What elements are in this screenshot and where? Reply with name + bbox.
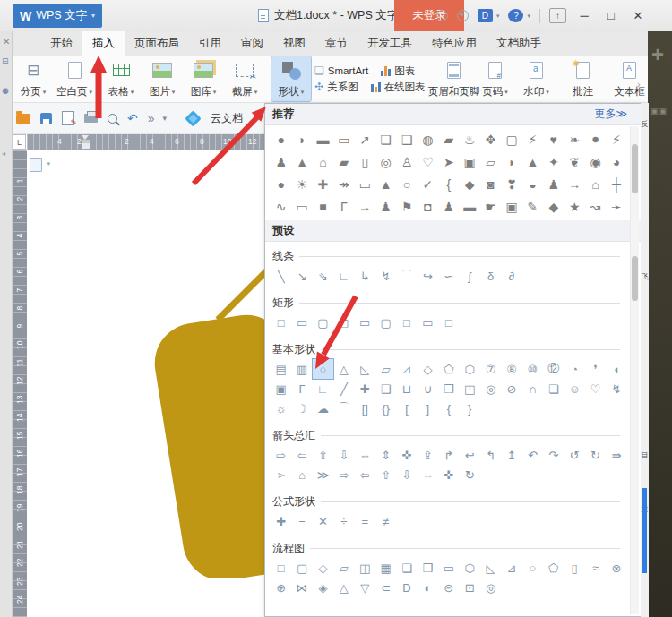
ribbon-tab[interactable]: 特色应用 [422, 31, 487, 56]
shape-icon[interactable]: ⊡ [460, 578, 480, 597]
shape-icon[interactable]: ▤ [271, 359, 291, 379]
picture-button[interactable]: 图片▾ [142, 56, 182, 101]
shape-icon[interactable]: ◉ [585, 150, 606, 173]
shape-icon[interactable]: ♙ [396, 150, 417, 173]
shape-icon[interactable]: ☽ [291, 398, 312, 418]
panel-scrollbar[interactable] [630, 126, 639, 614]
shape-icon[interactable]: ⬠ [438, 359, 459, 379]
ribbon-tab[interactable]: 文档助手 [487, 31, 551, 56]
undo-icon[interactable]: ↶ [127, 111, 138, 125]
shape-icon[interactable]: □ [438, 313, 459, 332]
shape-icon[interactable]: ◈ [313, 578, 333, 597]
ribbon-tab[interactable]: 审阅 [231, 31, 273, 56]
shape-icon[interactable]: ☛ [480, 195, 501, 218]
shape-icon[interactable]: ◆ [543, 195, 564, 218]
shape-icon[interactable]: ✚ [271, 511, 291, 531]
textbox-button[interactable]: 文本框 [610, 56, 648, 101]
shape-icon[interactable]: ▱ [375, 359, 396, 379]
shape-icon[interactable]: ✦ [543, 150, 564, 173]
shape-icon[interactable]: ♡ [418, 150, 438, 173]
shape-icon[interactable]: ○ [396, 173, 417, 195]
shape-icon[interactable]: ⇔ [418, 465, 438, 484]
shape-icon[interactable]: ⇩ [396, 465, 417, 484]
shape-icon[interactable]: ✜ [396, 445, 417, 465]
watermark-button[interactable]: 水印▾ [517, 56, 556, 101]
shape-icon[interactable]: ⌂ [291, 465, 312, 484]
shape-icon[interactable]: ❒ [418, 558, 438, 578]
shape-icon[interactable]: ╲ [271, 266, 291, 286]
ribbon-tab[interactable]: 插入 [82, 31, 125, 56]
shape-icon[interactable]: = [355, 511, 375, 531]
shape-icon[interactable]: ⌂ [585, 173, 606, 195]
shape-icon[interactable]: ↺ [564, 445, 584, 465]
shape-icon[interactable]: ▥ [291, 359, 312, 379]
shape-icon[interactable]: ◰ [460, 379, 480, 398]
shape-icon[interactable]: ▢ [375, 313, 396, 332]
shape-icon[interactable]: ↳ [355, 266, 375, 286]
shape-icon[interactable]: ⑩ [522, 359, 543, 379]
shape-icon[interactable]: ⇘ [313, 266, 333, 286]
shape-icon[interactable]: ↷ [543, 445, 564, 465]
shape-icon[interactable]: ≠ [375, 511, 396, 531]
shape-icon[interactable]: ⌒ [396, 266, 417, 286]
shape-icon[interactable]: ❦ [564, 150, 584, 173]
shape-icon[interactable]: ▰ [333, 150, 354, 173]
shape-icon[interactable]: ⑦ [480, 359, 501, 379]
screenshot-button[interactable]: 截屏▾ [225, 56, 264, 101]
shape-icon[interactable]: ✜ [438, 465, 459, 484]
shape-icon[interactable]: ✥ [480, 128, 501, 150]
shape-icon[interactable]: ⇦ [291, 445, 312, 465]
save-as-icon[interactable] [62, 111, 74, 125]
ribbon-tab[interactable]: 视图 [273, 31, 315, 56]
shape-icon[interactable]: ⑫ [543, 359, 564, 379]
shape-icon[interactable]: ▭ [291, 313, 312, 332]
shape-icon[interactable]: ↱ [438, 445, 459, 465]
shape-icon[interactable]: δ [480, 266, 501, 286]
page-number-button[interactable]: 页码▾ [476, 56, 515, 101]
shape-icon[interactable]: ⊿ [501, 558, 521, 578]
shape-icon[interactable]: ⌒ [333, 398, 354, 418]
shape-icon[interactable]: ⇩ [333, 445, 354, 465]
skin-circle-icon[interactable] [436, 10, 448, 21]
shape-icon[interactable]: ✓ [418, 173, 438, 195]
shape-icon[interactable]: ◗ [291, 128, 312, 150]
shape-icon[interactable]: ▭ [438, 558, 459, 578]
shape-icon[interactable]: ☼ [271, 398, 291, 418]
shape-icon[interactable]: ↝ [585, 195, 606, 218]
close-button[interactable]: ✕ [629, 9, 647, 22]
shape-icon[interactable]: ◎ [375, 150, 396, 173]
shape-icon[interactable]: − [291, 511, 312, 531]
shape-icon[interactable]: [] [355, 398, 375, 418]
open-folder-icon[interactable] [16, 114, 30, 124]
shape-icon[interactable]: Γ [291, 379, 312, 398]
smartart-button[interactable]: ❏SmartArt [314, 64, 368, 78]
shape-icon[interactable]: ▲ [375, 173, 396, 195]
shape-icon[interactable]: ↰ [480, 445, 501, 465]
minimize-button[interactable]: ─ [575, 9, 593, 22]
shape-icon[interactable]: ❑ [375, 379, 396, 398]
shape-icon[interactable]: ⇛ [606, 445, 626, 465]
shape-icon[interactable]: ❒ [438, 379, 459, 398]
shape-icon[interactable]: ≫ [313, 465, 333, 484]
shape-icon[interactable]: ] [418, 398, 438, 418]
shape-icon[interactable]: ● [271, 128, 291, 150]
shape-icon[interactable]: ⇪ [418, 445, 438, 465]
ribbon-tab[interactable]: 引用 [189, 31, 231, 56]
shape-icon[interactable]: ★ [564, 195, 584, 218]
shape-icon[interactable]: ◕ [606, 150, 626, 173]
maximize-button[interactable]: □ [602, 9, 620, 22]
shape-icon[interactable]: ⇕ [375, 445, 396, 465]
diagram-button[interactable]: ✣关系图 [314, 81, 358, 94]
shape-icon[interactable]: ↪ [418, 266, 438, 286]
shape-icon[interactable]: ◇ [313, 558, 333, 578]
shape-icon[interactable]: ● [271, 173, 291, 195]
shape-icon[interactable]: ▣ [271, 379, 291, 398]
cloud-docs-icon[interactable] [185, 110, 201, 126]
shape-icon[interactable]: ▭ [418, 313, 438, 332]
shape-icon[interactable]: ⇨ [333, 465, 354, 484]
shape-icon[interactable]: ◎ [480, 578, 501, 597]
shape-icon[interactable]: ▱ [333, 558, 354, 578]
blank-page-button[interactable]: 空白页▾ [55, 56, 94, 101]
shape-icon[interactable]: ↻ [585, 445, 606, 465]
shape-icon[interactable]: ⊘ [501, 379, 521, 398]
